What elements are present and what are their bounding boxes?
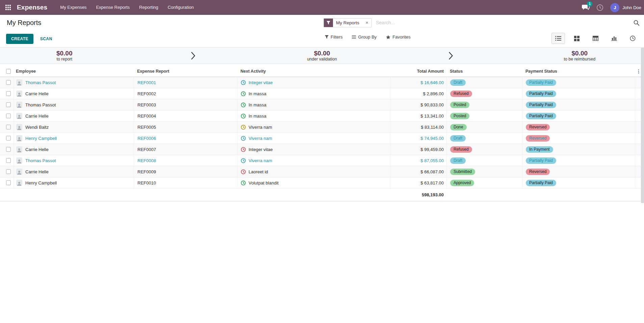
total-amount-value: $ 63,817.00 [420, 180, 444, 185]
employee-name: Wendi Baltz [25, 125, 49, 130]
optional-columns-icon[interactable]: ⋮ [636, 69, 641, 74]
table-row[interactable]: Carrie Helle REF0004 In massa $ 13,341.0… [0, 110, 644, 122]
pivot-view-button[interactable] [589, 33, 602, 44]
activity-clock-icon[interactable] [241, 114, 246, 119]
header-payment-status[interactable]: Payment Status [522, 69, 635, 74]
expense-report-ref: REF0003 [137, 102, 156, 107]
group-by-dropdown[interactable]: Group By [352, 34, 377, 40]
activity-clock-icon[interactable] [241, 158, 246, 163]
pivot-icon [593, 36, 598, 41]
table-row[interactable]: Wendi Baltz REF0005 Viverra nam $ 83,114… [0, 122, 644, 133]
app-brand[interactable]: Expenses [17, 4, 47, 11]
row-checkbox[interactable] [6, 158, 11, 163]
apps-menu-icon[interactable] [0, 0, 16, 15]
employee-avatar [16, 169, 22, 175]
scan-button[interactable]: SCAN [36, 34, 57, 44]
menu-my-expenses[interactable]: My Expenses [55, 0, 91, 15]
table-row[interactable]: Henry Campbell REF0006 Viverra nam $ 74,… [0, 133, 644, 144]
expense-report-ref: REF0009 [137, 169, 156, 174]
activities-icon[interactable] [596, 4, 603, 11]
kpi-label: to be reimbursed [515, 57, 644, 61]
header-expense-report[interactable]: Expense Report [134, 69, 237, 74]
total-amount-value: $ 99,459.00 [420, 147, 444, 152]
payment-status-badge: Reversed [526, 169, 550, 175]
user-menu[interactable]: J John Doe [610, 3, 641, 12]
employee-name: Carrie Helle [25, 114, 49, 119]
table-header: Employee Expense Report Next Activity To… [0, 66, 644, 77]
activity-clock-icon[interactable] [241, 180, 246, 185]
employee-name: Thomas Passot [25, 158, 56, 163]
total-amount-sum: 598,193.00 [390, 192, 446, 197]
status-badge: Refused [450, 91, 472, 97]
activity-clock-icon[interactable] [241, 169, 246, 174]
row-checkbox[interactable] [6, 147, 11, 152]
search-input[interactable] [376, 20, 631, 25]
employee-name: Henry Campbell [25, 180, 57, 185]
expense-summary-band: $0.00 to report $0.00 under validation $… [0, 47, 644, 64]
header-employee[interactable]: Employee [14, 69, 134, 74]
activity-clock-icon[interactable] [241, 91, 246, 96]
table-row[interactable]: Carrie Helle REF0002 In massa $ 2,896.00… [0, 88, 644, 99]
row-checkbox[interactable] [6, 91, 11, 96]
search-icon[interactable] [634, 20, 639, 26]
activity-label: In massa [249, 114, 266, 119]
menu-reporting[interactable]: Reporting [134, 0, 163, 15]
favorites-dropdown[interactable]: Favorites [386, 34, 410, 40]
table-row[interactable]: Thomas Passot REF0003 In massa $ 90,833.… [0, 99, 644, 110]
activity-label: In massa [249, 102, 266, 107]
header-status[interactable]: Status [446, 69, 522, 74]
vertical-scrollbar[interactable] [641, 48, 644, 203]
total-amount-value: $ 74,945.00 [420, 136, 444, 141]
create-button[interactable]: CREATE [6, 34, 33, 44]
user-name: John Doe [622, 5, 641, 10]
page-title: My Reports [7, 19, 41, 27]
expense-report-ref: REF0001 [137, 80, 156, 85]
graph-view-button[interactable] [607, 33, 621, 44]
funnel-icon [325, 35, 329, 39]
kpi-to-report[interactable]: $0.00 to report [0, 50, 129, 62]
row-checkbox[interactable] [6, 102, 11, 107]
activity-clock-icon[interactable] [241, 125, 246, 130]
status-badge: Draft [450, 135, 466, 142]
header-total-amount[interactable]: Total Amount [390, 69, 446, 74]
list-view-button[interactable] [551, 33, 565, 44]
activity-view-button[interactable] [626, 33, 639, 44]
activity-label: Integer vitae [249, 80, 273, 85]
messages-count-badge: 1 [587, 1, 592, 6]
total-amount-value: $ 66,087.00 [420, 169, 444, 174]
status-badge: Posted [450, 102, 469, 108]
select-all-checkbox[interactable] [6, 69, 11, 74]
table-row[interactable]: Carrie Helle REF0007 Integer vitae $ 99,… [0, 144, 644, 155]
grid-icon [5, 5, 11, 10]
remove-facet-icon[interactable]: ✕ [362, 19, 371, 27]
group-by-icon [352, 35, 356, 39]
activity-clock-icon[interactable] [241, 147, 246, 152]
header-next-activity[interactable]: Next Activity [237, 69, 390, 74]
messages-icon[interactable]: 1 [582, 3, 590, 11]
row-checkbox[interactable] [6, 114, 11, 118]
activity-clock-icon[interactable] [241, 80, 246, 85]
table-row[interactable]: Carrie Helle REF0009 Laoreet id $ 66,087… [0, 166, 644, 177]
status-badge: Refused [450, 146, 472, 153]
filters-dropdown[interactable]: Filters [325, 34, 342, 40]
employee-avatar [16, 102, 22, 108]
menu-configuration[interactable]: Configuration [163, 0, 198, 15]
kanban-view-button[interactable] [570, 33, 584, 44]
row-checkbox[interactable] [6, 125, 11, 129]
menu-expense-reports[interactable]: Expense Reports [91, 0, 134, 15]
activity-label: Viverra nam [249, 136, 272, 141]
row-checkbox[interactable] [6, 180, 11, 185]
activity-label: Integer vitae [249, 147, 273, 152]
table-row[interactable]: Thomas Passot REF0001 Integer vitae $ 16… [0, 77, 644, 88]
chevron-right-icon [386, 52, 515, 60]
kpi-to-be-reimbursed[interactable]: $0.00 to be reimbursed [515, 50, 644, 62]
table-row[interactable]: Thomas Passot REF0008 Viverra nam $ 87,0… [0, 155, 644, 166]
row-checkbox[interactable] [6, 169, 11, 174]
row-checkbox[interactable] [6, 136, 11, 141]
total-amount-value: $ 2,896.00 [423, 91, 444, 96]
activity-clock-icon[interactable] [241, 102, 246, 107]
activity-clock-icon[interactable] [241, 136, 246, 141]
kpi-under-validation[interactable]: $0.00 under validation [258, 50, 386, 62]
row-checkbox[interactable] [6, 80, 11, 85]
table-row[interactable]: Henry Campbell REF0010 Volutpat blandit … [0, 177, 644, 189]
